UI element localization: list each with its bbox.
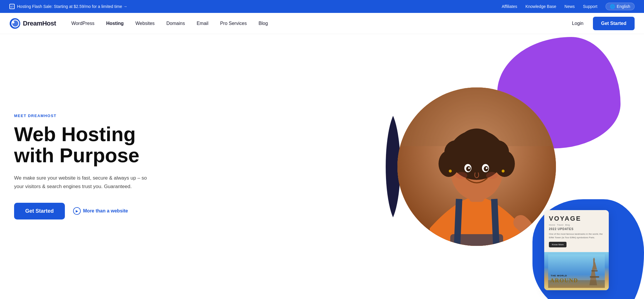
voyage-card-subtitle: 2022 UPDATES [549,227,604,231]
voyage-card-title: VOYAGE [549,215,604,222]
tag-icon: 🏷 [9,4,15,9]
svg-rect-30 [593,260,595,267]
top-bar: 🏷 Hosting Flash Sale: Starting at $2.59/… [0,0,644,13]
hero-eyebrow: MEET DREAMHOST [14,114,167,118]
support-link[interactable]: Support [583,4,597,9]
nav-pro-services[interactable]: Pro Services [215,18,252,28]
svg-rect-33 [591,270,598,271]
nav-wordpress[interactable]: WordPress [67,18,99,28]
svg-rect-25 [518,240,534,246]
svg-rect-32 [590,276,599,278]
nav-links: WordPress Hosting Websites Domains Email… [67,18,567,28]
news-link[interactable]: News [564,4,575,9]
svg-point-19 [468,167,470,169]
voyage-card-scene: THE WORLD AROUND [547,254,606,288]
svg-point-14 [459,129,494,158]
hero-title: Web Hosting with Purpose [14,124,167,166]
nav-email[interactable]: Email [192,18,213,28]
main-nav: DreamHost WordPress Hosting Websites Dom… [0,13,644,34]
nav-websites[interactable]: Websites [131,18,159,28]
svg-point-1 [12,21,14,23]
globe-icon: 🌐 [610,4,615,9]
svg-point-22 [486,172,498,179]
logo-text: DreamHost [23,20,56,27]
hero-subtitle: We make sure your website is fast, secur… [14,174,149,191]
person-illustration [397,87,556,246]
voyage-nav: HomeTravelBlog [549,224,604,226]
hero-title-line1: Web Hosting [14,123,136,145]
hero-content: MEET DREAMHOST Web Hosting with Purpose … [14,114,167,219]
svg-point-24 [502,170,505,173]
knowledge-base-link[interactable]: Knowledge Base [525,4,556,9]
voyage-card-image: THE WORLD AROUND [544,252,609,290]
svg-point-21 [456,172,467,179]
svg-point-20 [486,167,488,169]
logo[interactable]: DreamHost [9,18,56,29]
play-icon: ▶ [73,207,81,215]
language-button[interactable]: 🌐 English [606,3,635,10]
hero-secondary-link[interactable]: ▶ More than a website [73,207,128,215]
hero-title-line2: with Purpose [14,144,139,166]
promo-link[interactable]: Hosting Flash Sale: Starting at $2.59/mo… [17,4,127,9]
affiliates-link[interactable]: Affiliates [502,4,517,9]
language-label: English [617,4,630,9]
svg-rect-6 [450,234,503,246]
svg-point-23 [449,170,452,173]
hero-visual: VOYAGE HomeTravelBlog 2022 UPDATES One o… [380,34,644,299]
voyage-card-top: VOYAGE HomeTravelBlog 2022 UPDATES One o… [544,210,609,252]
voyage-know-more-btn[interactable]: Know More [549,242,567,247]
nav-blog[interactable]: Blog [254,18,273,28]
login-button[interactable]: Login [567,18,588,28]
dreamhost-logo-icon [9,18,21,29]
hero-secondary-label: More than a website [83,208,128,214]
hero-section: MEET DREAMHOST Web Hosting with Purpose … [0,34,644,299]
get-started-nav-button[interactable]: Get Started [593,17,635,30]
hero-actions: Get Started ▶ More than a website [14,203,167,219]
voyage-card-desc: One of the most famous landmarks in the … [549,232,604,239]
svg-rect-26 [519,242,532,246]
top-bar-links: Affiliates Knowledge Base News Support 🌐… [502,3,635,10]
nav-hosting[interactable]: Hosting [102,18,129,28]
svg-text:AROUND: AROUND [550,277,578,283]
top-bar-promo[interactable]: 🏷 Hosting Flash Sale: Starting at $2.59/… [9,4,127,9]
hero-cta-button[interactable]: Get Started [14,203,65,219]
nav-domains[interactable]: Domains [162,18,190,28]
svg-text:THE WORLD: THE WORLD [551,274,567,277]
nav-right: Login Get Started [567,17,635,30]
hero-photo-circle [397,87,556,246]
voyage-card: VOYAGE HomeTravelBlog 2022 UPDATES One o… [544,210,609,290]
